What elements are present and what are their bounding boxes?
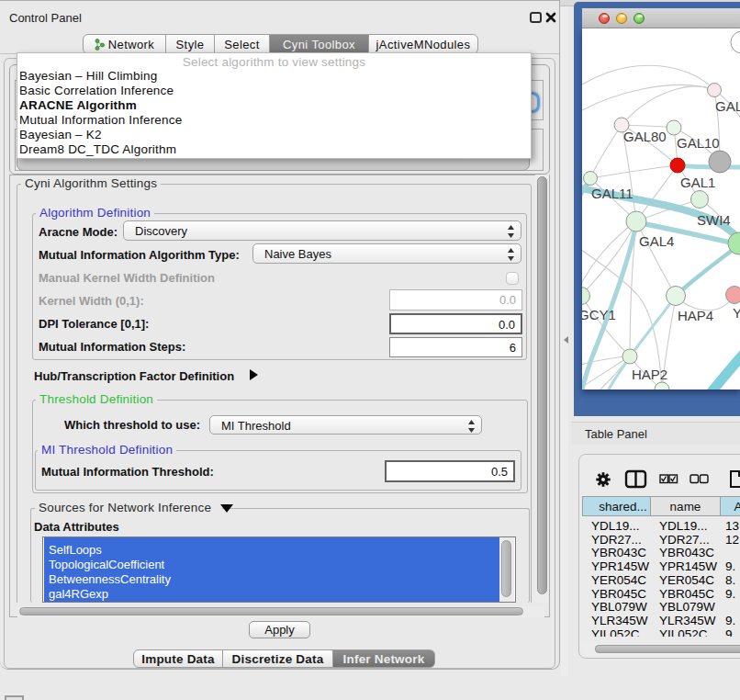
svg-text:GAL11: GAL11 [591,186,633,201]
svg-text:Y: Y [733,305,740,321]
svg-text:GAL10: GAL10 [677,135,720,151]
svg-text:GAL80: GAL80 [623,129,667,144]
svg-text:HAP4: HAP4 [678,308,713,323]
svg-text:GAL4: GAL4 [639,233,674,249]
svg-text:GAL1: GAL1 [680,175,715,190]
svg-text:HAP2: HAP2 [632,367,667,382]
svg-text:GCY1: GCY1 [582,307,616,322]
svg-text:SWI4: SWI4 [697,212,731,228]
svg-text:GAL: GAL [715,98,740,114]
